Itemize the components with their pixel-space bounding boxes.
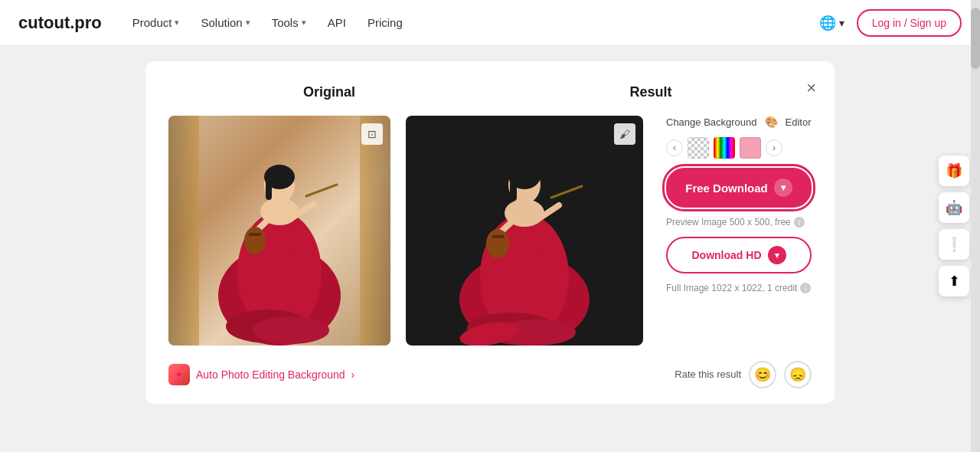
arrow-right-icon: › <box>351 368 355 381</box>
palette-icon: 🎨 <box>765 116 778 128</box>
svg-rect-10 <box>249 233 261 236</box>
avatar-icon: 🤖 <box>946 199 962 216</box>
svg-point-9 <box>244 227 266 254</box>
original-image: ⊡ <box>168 116 390 346</box>
swatch-transparent[interactable] <box>688 137 709 159</box>
upload-icon: ⬆ <box>949 273 960 290</box>
bg-controls: Change Background 🎨 Editor <box>666 116 812 128</box>
alert-button[interactable]: ❕ <box>939 229 969 260</box>
original-bg <box>168 116 390 346</box>
login-button[interactable]: Log in / Sign up <box>857 9 962 37</box>
svg-point-23 <box>486 229 509 258</box>
avatar-button[interactable]: 🤖 <box>939 192 969 223</box>
download-hd-button[interactable]: Download HD ▾ <box>666 237 812 273</box>
dropdown-arrow-icon: ▾ <box>774 179 792 197</box>
auto-photo-label: Auto Photo Editing Background <box>196 368 345 381</box>
paint-icon[interactable]: 🖌 <box>614 123 635 145</box>
auto-photo-icon: ✦ <box>168 364 190 385</box>
result-panel: 🖌 <box>406 116 643 346</box>
svg-rect-6 <box>266 177 272 200</box>
controls-panel: Change Background 🎨 Editor ‹ › Free Down… <box>658 116 812 293</box>
color-swatches: ‹ › <box>666 137 812 159</box>
free-download-button[interactable]: Free Download ▾ <box>666 168 812 208</box>
bottom-bar: ✦ Auto Photo Editing Background › Rate t… <box>168 358 812 388</box>
nav-api[interactable]: API <box>328 16 346 29</box>
info-icon[interactable]: i <box>794 217 805 228</box>
rate-label: Rate this result <box>675 368 741 382</box>
curtain-right <box>360 116 390 346</box>
change-bg-label: Change Background <box>666 116 757 128</box>
scrollbar[interactable] <box>971 0 980 452</box>
chevron-down-icon: ▾ <box>246 18 250 28</box>
float-sidebar: 🎁 🤖 ❕ ⬆ <box>939 156 969 296</box>
free-download-label: Free Download <box>685 182 768 195</box>
preview-text: Preview Image 500 x 500, free i <box>666 217 812 228</box>
chevron-down-icon: ▾ <box>175 18 179 28</box>
chevron-down-icon: ▾ <box>839 17 844 29</box>
result-image: 🖌 <box>406 116 643 346</box>
nav-menu: Product ▾ Solution ▾ Tools ▾ API Pricing <box>132 16 819 29</box>
rate-section: Rate this result 😊 😞 <box>675 361 812 388</box>
navbar-actions: 🌐 ▾ Log in / Sign up <box>819 9 962 37</box>
happy-emoji-button[interactable]: 😊 <box>749 361 776 388</box>
svg-line-25 <box>551 186 582 198</box>
content-card: Original Result × <box>145 61 835 404</box>
svg-line-11 <box>306 185 337 196</box>
alert-icon: ❕ <box>946 236 962 253</box>
result-label: Result <box>490 84 812 100</box>
nav-solution[interactable]: Solution ▾ <box>201 16 250 29</box>
navbar: cutout.pro Product ▾ Solution ▾ Tools ▾ … <box>0 0 980 46</box>
original-label: Original <box>168 84 490 100</box>
editor-link[interactable]: Editor <box>786 116 812 128</box>
upload-button[interactable]: ⬆ <box>939 266 969 296</box>
sad-emoji-button[interactable]: 😞 <box>784 361 812 388</box>
swatch-next-button[interactable]: › <box>766 139 782 156</box>
main-background: Original Result × <box>0 46 980 452</box>
images-area: ⊡ <box>168 116 812 346</box>
original-panel: ⊡ <box>168 116 390 346</box>
panel-headers: Original Result <box>168 84 812 100</box>
gift-icon: 🎁 <box>946 162 962 179</box>
download-hd-label: Download HD <box>692 249 762 261</box>
nav-product[interactable]: Product ▾ <box>132 16 180 29</box>
chevron-down-icon: ▾ <box>302 18 306 28</box>
close-button[interactable]: × <box>806 80 816 97</box>
full-image-text: Full Image 1022 x 1022, 1 credit i <box>666 283 812 293</box>
auto-photo-link[interactable]: ✦ Auto Photo Editing Background › <box>168 364 354 385</box>
swatch-prev-button[interactable]: ‹ <box>666 139 683 156</box>
dropdown-arrow-pink-icon: ▾ <box>768 246 786 264</box>
svg-rect-24 <box>492 235 505 238</box>
curtain-left <box>168 116 199 346</box>
nav-pricing[interactable]: Pricing <box>368 16 403 29</box>
crop-icon[interactable]: ⊡ <box>361 123 383 145</box>
result-woman-figure <box>444 120 605 346</box>
original-woman-figure <box>203 120 356 346</box>
svg-point-13 <box>253 316 329 344</box>
brand-logo[interactable]: cutout.pro <box>18 13 102 33</box>
translate-icon: 🌐 <box>819 15 836 31</box>
scrollbar-thumb[interactable] <box>971 8 980 69</box>
svg-rect-20 <box>510 176 517 201</box>
info-icon-2[interactable]: i <box>800 283 811 293</box>
nav-tools[interactable]: Tools ▾ <box>272 16 306 29</box>
language-selector[interactable]: 🌐 ▾ <box>819 15 844 31</box>
gift-button[interactable]: 🎁 <box>939 156 969 186</box>
swatch-rainbow[interactable] <box>714 137 735 159</box>
swatch-pink[interactable] <box>740 137 761 159</box>
